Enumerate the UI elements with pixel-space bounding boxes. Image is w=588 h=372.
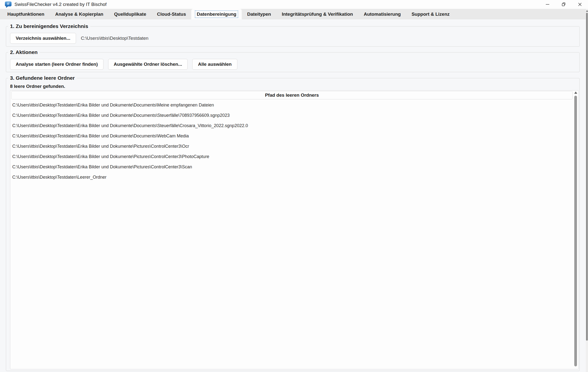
- delete-selected-folders-button[interactable]: Ausgewählte Ordner löschen...: [108, 59, 188, 70]
- folder-path: C:\Users\itbis\Desktop\Testdaten\Erika B…: [12, 103, 214, 108]
- table-row[interactable]: C:\Users\itbis\Desktop\Testdaten\Erika B…: [10, 162, 571, 172]
- folder-path: C:\Users\itbis\Desktop\Testdaten\Leerer_…: [12, 175, 106, 180]
- select-directory-button[interactable]: Verzeichnis auswählen...: [10, 33, 76, 44]
- table-row[interactable]: C:\Users\itbis\Desktop\Testdaten\Erika B…: [10, 131, 571, 141]
- app-icon: IT: [5, 1, 12, 8]
- tab-support-lizenz[interactable]: Support & Lizenz: [406, 9, 455, 19]
- select-all-button[interactable]: Alle auswählen: [192, 59, 237, 70]
- scroll-up-arrow-icon[interactable]: [574, 92, 577, 94]
- section-directory-title: 1. Zu bereinigendes Verzeichnis: [8, 23, 90, 29]
- tab-automatisierung[interactable]: Automatisierung: [358, 9, 406, 19]
- tab-integritaetspruefung[interactable]: Integritätsprüfung & Verifikation: [276, 9, 358, 19]
- column-header-path[interactable]: Pfad des leeren Ordners: [11, 91, 573, 99]
- table-row[interactable]: C:\Users\itbis\Desktop\Testdaten\Erika B…: [10, 100, 571, 110]
- tab-analyse-kopierplan[interactable]: Analyse & Kopierplan: [50, 9, 109, 19]
- folder-rows: C:\Users\itbis\Desktop\Testdaten\Erika B…: [10, 100, 571, 182]
- close-icon: [578, 2, 582, 7]
- window-scrollbar-thumb[interactable]: [586, 13, 588, 341]
- tab-label: Analyse & Kopierplan: [55, 12, 103, 17]
- restore-button[interactable]: [556, 0, 572, 9]
- window-title: SwissFileChecker v4.2 created by IT Bisc…: [14, 2, 107, 7]
- tab-label: Cloud-Status: [157, 12, 186, 17]
- table-row[interactable]: C:\Users\itbis\Desktop\Testdaten\Leerer_…: [10, 172, 571, 182]
- tab-label: Quellduplikate: [114, 12, 146, 17]
- folder-path: C:\Users\itbis\Desktop\Testdaten\Erika B…: [12, 144, 189, 149]
- tab-label: Support & Lizenz: [411, 12, 449, 17]
- tab-quellduplikate[interactable]: Quellduplikate: [109, 9, 152, 19]
- scroll-up-arrow-icon[interactable]: [586, 10, 588, 12]
- window-controls: [539, 0, 588, 9]
- restore-icon: [562, 2, 566, 7]
- tab-dateitypen[interactable]: Dateitypen: [242, 9, 276, 19]
- table-row[interactable]: C:\Users\itbis\Desktop\Testdaten\Erika B…: [10, 120, 571, 131]
- tab-label: Integritätsprüfung & Verifikation: [282, 12, 353, 17]
- close-button[interactable]: [572, 0, 588, 9]
- start-analysis-button[interactable]: Analyse starten (leere Ordner finden): [10, 59, 103, 70]
- app-icon-bubble: IT: [5, 1, 12, 6]
- results-status: 8 leere Ordner gefunden.: [10, 84, 65, 89]
- window-scrollbar[interactable]: [586, 9, 588, 372]
- tab-datenbereinigung[interactable]: Datenbereinigung: [191, 9, 242, 19]
- table-scrollbar-thumb[interactable]: [574, 96, 577, 366]
- table-row[interactable]: C:\Users\itbis\Desktop\Testdaten\Erika B…: [10, 151, 571, 162]
- minimize-icon: [545, 2, 550, 7]
- tab-cloud-status[interactable]: Cloud-Status: [152, 9, 191, 19]
- tab-label: Datenbereinigung: [195, 11, 238, 18]
- table-row[interactable]: C:\Users\itbis\Desktop\Testdaten\Erika B…: [10, 110, 571, 120]
- tab-label: Hauptfunktionen: [7, 12, 44, 17]
- folder-path: C:\Users\itbis\Desktop\Testdaten\Erika B…: [12, 164, 192, 170]
- table-scrollbar[interactable]: [574, 91, 577, 368]
- section-actions-title: 2. Aktionen: [8, 49, 39, 55]
- titlebar: IT SwissFileChecker v4.2 created by IT B…: [0, 0, 588, 9]
- tab-label: Automatisierung: [364, 12, 401, 17]
- folder-path: C:\Users\itbis\Desktop\Testdaten\Erika B…: [12, 133, 189, 139]
- table-row[interactable]: C:\Users\itbis\Desktop\Testdaten\Erika B…: [10, 141, 571, 151]
- section-results: 3. Gefundene leere Ordner 8 leere Ordner…: [6, 78, 580, 371]
- folder-path: C:\Users\itbis\Desktop\Testdaten\Erika B…: [12, 123, 248, 128]
- folder-path: C:\Users\itbis\Desktop\Testdaten\Erika B…: [12, 154, 209, 159]
- section-directory: 1. Zu bereinigendes Verzeichnis Verzeich…: [6, 26, 580, 47]
- section-actions: 2. Aktionen Analyse starten (leere Ordne…: [6, 52, 580, 72]
- selected-directory-path: C:\Users\itbis\Desktop\Testdaten: [81, 36, 149, 41]
- empty-folders-table: Pfad des leeren Ordners C:\Users\itbis\D…: [10, 90, 579, 369]
- tab-hauptfunktionen[interactable]: Hauptfunktionen: [2, 9, 50, 19]
- tab-label: Dateitypen: [247, 12, 271, 17]
- tab-content-datenbereinigung: 1. Zu bereinigendes Verzeichnis Verzeich…: [0, 19, 588, 372]
- tab-strip: Hauptfunktionen Analyse & Kopierplan Que…: [0, 9, 586, 19]
- minimize-button[interactable]: [539, 0, 556, 9]
- app-icon-tail: [6, 6, 8, 8]
- section-results-title: 3. Gefundene leere Ordner: [8, 75, 77, 81]
- folder-path: C:\Users\itbis\Desktop\Testdaten\Erika B…: [12, 113, 230, 118]
